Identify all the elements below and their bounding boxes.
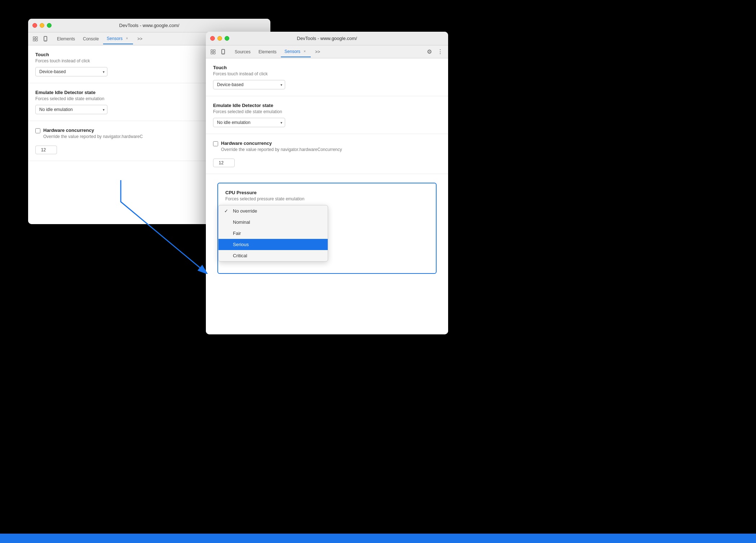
idle-dropdown-wrapper-front: No idle emulation ▾ bbox=[213, 118, 285, 127]
title-bar-back: DevTools - www.google.com/ bbox=[28, 19, 270, 32]
serious-label: Serious bbox=[233, 242, 249, 247]
hardware-title-front: Hardware concurrency bbox=[221, 141, 342, 146]
tab-elements-front[interactable]: Elements bbox=[255, 46, 280, 57]
tab-more-back[interactable]: >> bbox=[134, 34, 146, 44]
hardware-title-back: Hardware concurrency bbox=[43, 128, 143, 133]
critical-check bbox=[224, 253, 230, 258]
cpu-pressure-title: CPU Pressure bbox=[225, 190, 429, 195]
svg-rect-9 bbox=[211, 52, 213, 54]
svg-rect-3 bbox=[36, 39, 37, 41]
idle-dropdown-wrapper-back: No idle emulation ▾ bbox=[35, 105, 107, 114]
hardware-desc-front: Override the value reported by navigator… bbox=[221, 147, 342, 152]
tab-close-sensors-back[interactable]: × bbox=[124, 36, 129, 41]
svg-rect-0 bbox=[33, 37, 35, 39]
touch-title-front: Touch bbox=[213, 65, 441, 70]
cpu-option-nominal[interactable]: Nominal bbox=[218, 217, 328, 228]
svg-point-12 bbox=[223, 53, 224, 54]
minimize-button-front[interactable] bbox=[217, 36, 222, 41]
serious-check bbox=[224, 242, 230, 247]
cpu-pressure-section: CPU Pressure Forces selected pressure st… bbox=[217, 183, 437, 274]
idle-desc-front: Forces selected idle state emulation bbox=[213, 109, 441, 114]
idle-dropdown-front[interactable]: No idle emulation bbox=[213, 118, 285, 127]
no-override-label: No override bbox=[233, 208, 257, 214]
tab-sources-front[interactable]: Sources bbox=[231, 46, 254, 57]
touch-dropdown-wrapper-back: Device-based ▾ bbox=[35, 67, 107, 76]
cpu-pressure-dropdown-popup: ✓ No override Nominal Fair Serious bbox=[218, 205, 328, 262]
hardware-text-front: Hardware concurrency Override the value … bbox=[221, 141, 342, 156]
touch-dropdown-front[interactable]: Device-based bbox=[213, 80, 285, 89]
hardware-checkbox-row-front: Hardware concurrency Override the value … bbox=[213, 141, 441, 156]
tab-more-front[interactable]: >> bbox=[311, 46, 324, 57]
hardware-checkbox-back[interactable] bbox=[35, 128, 40, 133]
title-bar-front: DevTools - www.google.com/ bbox=[206, 32, 448, 45]
fair-label: Fair bbox=[233, 231, 241, 236]
tab-elements-back[interactable]: Elements bbox=[53, 34, 79, 44]
svg-rect-1 bbox=[36, 37, 37, 39]
critical-label: Critical bbox=[233, 253, 247, 258]
hardware-checkbox-front[interactable] bbox=[213, 141, 218, 146]
cursor-icon-back[interactable] bbox=[31, 35, 40, 43]
minimize-button-back[interactable] bbox=[40, 23, 44, 28]
window-title-front: DevTools - www.google.com/ bbox=[297, 36, 357, 41]
content-front: Touch Forces touch instead of click Devi… bbox=[206, 58, 448, 334]
cpu-option-critical[interactable]: Critical bbox=[218, 250, 328, 261]
fair-check bbox=[224, 231, 230, 236]
touch-dropdown-back[interactable]: Device-based bbox=[35, 67, 107, 76]
hardware-desc-back: Override the value reported by navigator… bbox=[43, 134, 143, 139]
svg-rect-7 bbox=[211, 50, 213, 52]
svg-rect-8 bbox=[213, 50, 215, 52]
svg-point-5 bbox=[45, 40, 46, 41]
svg-rect-10 bbox=[213, 52, 215, 54]
tab-sensors-front[interactable]: Sensors × bbox=[281, 46, 311, 57]
close-button-front[interactable] bbox=[210, 36, 215, 41]
maximize-button-front[interactable] bbox=[225, 36, 229, 41]
nominal-label: Nominal bbox=[233, 219, 250, 225]
device-icon-back[interactable] bbox=[41, 35, 50, 43]
hardware-value-front[interactable] bbox=[213, 159, 235, 167]
maximize-button-back[interactable] bbox=[47, 23, 52, 28]
idle-section-front: Emulate Idle Detector state Forces selec… bbox=[206, 96, 448, 134]
hardware-section-front: Hardware concurrency Override the value … bbox=[206, 134, 448, 174]
cpu-pressure-outer: CPU Pressure Forces selected pressure st… bbox=[206, 174, 448, 282]
nominal-check bbox=[224, 219, 230, 225]
bottom-bar bbox=[0, 534, 756, 543]
touch-section-front: Touch Forces touch instead of click Devi… bbox=[206, 58, 448, 96]
cpu-option-no-override[interactable]: ✓ No override bbox=[218, 205, 328, 217]
touch-desc-front: Forces touch instead of click bbox=[213, 71, 441, 76]
device-icon-front[interactable] bbox=[219, 48, 227, 56]
window-title-back: DevTools - www.google.com/ bbox=[119, 23, 180, 28]
traffic-lights-front bbox=[210, 36, 229, 41]
close-button-back[interactable] bbox=[32, 23, 37, 28]
svg-rect-2 bbox=[33, 39, 35, 41]
cpu-option-serious[interactable]: Serious bbox=[218, 239, 328, 250]
gear-icon-front[interactable]: ⚙ bbox=[424, 47, 434, 57]
tab-console-back[interactable]: Console bbox=[79, 34, 102, 44]
idle-dropdown-back[interactable]: No idle emulation bbox=[35, 105, 107, 114]
idle-title-front: Emulate Idle Detector state bbox=[213, 103, 441, 108]
hardware-text-back: Hardware concurrency Override the value … bbox=[43, 128, 143, 143]
tab-sensors-back[interactable]: Sensors × bbox=[103, 34, 133, 44]
menu-icon-front[interactable]: ⋮ bbox=[435, 47, 445, 57]
cpu-option-fair[interactable]: Fair bbox=[218, 228, 328, 239]
traffic-lights-back bbox=[32, 23, 52, 28]
touch-dropdown-wrapper-front: Device-based ▾ bbox=[213, 80, 285, 89]
toolbar-icons-front bbox=[209, 48, 227, 56]
tab-close-sensors-front[interactable]: × bbox=[302, 49, 307, 54]
tab-bar-front: Sources Elements Sensors × >> ⚙ ⋮ bbox=[206, 45, 448, 58]
no-override-check: ✓ bbox=[224, 208, 230, 214]
toolbar-icons-back bbox=[31, 35, 50, 43]
cursor-icon-front[interactable] bbox=[209, 48, 217, 56]
cpu-pressure-desc: Forces selected pressure state emulation bbox=[225, 196, 429, 201]
hardware-value-back[interactable] bbox=[35, 146, 57, 154]
window-front: DevTools - www.google.com/ Sources bbox=[206, 32, 448, 334]
